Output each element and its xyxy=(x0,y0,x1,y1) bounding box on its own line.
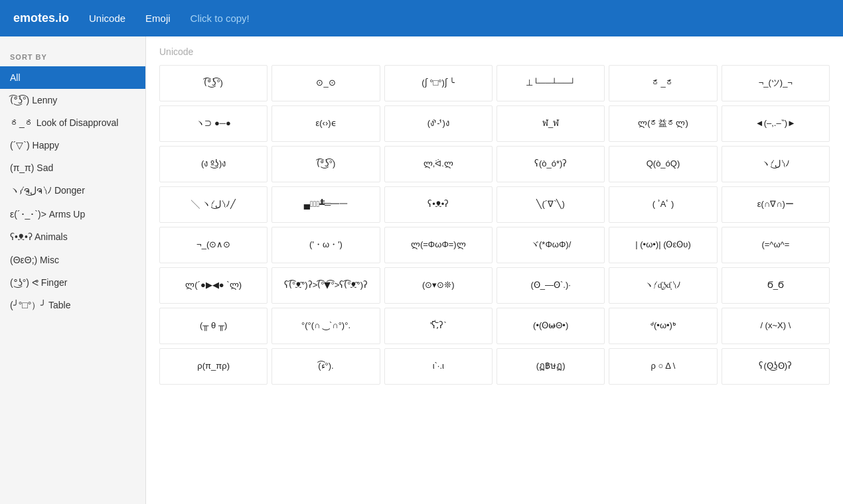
content-area: Unicode (͡°͜ʖ͡°)⊙_⊙(ʃ °□°)ʃ ╰⊥└──┴──┘ಠ_ಠ… xyxy=(146,36,843,504)
emoji-cell-41[interactable]: / (x~X) \ xyxy=(722,308,830,344)
emoji-cell-43[interactable]: (ء͡°). xyxy=(271,348,380,385)
emoji-cell-18[interactable]: ╲ ヽ༼ل͜༽ﾉ╱ xyxy=(159,186,268,223)
emoji-cell-37[interactable]: °(°(∩ ‿`∩°)°. xyxy=(271,308,380,344)
emoji-cell-34[interactable]: ヽ༼ᶑ͜ʖᶑ༽ﾉ xyxy=(609,267,717,304)
emoji-cell-40[interactable]: ᒄ(•ω•)ᒃ xyxy=(609,308,717,344)
sort-by-label: SORT BY xyxy=(0,43,145,66)
emoji-cell-5[interactable]: ¬_(ツ)_¬ xyxy=(722,65,830,101)
emoji-cell-28[interactable]: | (•ω•)| (ʘεʘυ) xyxy=(609,227,717,263)
emoji-grid: (͡°͜ʖ͡°)⊙_⊙(ʃ °□°)ʃ ╰⊥└──┴──┘ಠ_ಠ¬_(ツ)_¬ヽ… xyxy=(159,65,830,385)
sidebar-items: All(͡°͜ʖ͡°) Lennyಠ_ಠ Look of Disapproval… xyxy=(0,66,145,318)
sidebar-item-table[interactable]: (╯°□°）╯ Table xyxy=(0,294,145,318)
sidebar-item-misc[interactable]: (ΘεΘ;) Misc xyxy=(0,249,145,271)
emoji-cell-14[interactable]: ლ,ᐛ.ლ xyxy=(384,146,493,182)
sidebar-item-donger[interactable]: ヽ༼ຈل͜ຈ༽ﾉ Donger xyxy=(0,179,145,203)
main-layout: SORT BY All(͡°͜ʖ͡°) Lennyಠ_ಠ Look of Dis… xyxy=(0,36,843,504)
click-to-copy-label: Click to copy! xyxy=(191,13,250,24)
sidebar-item-lenny[interactable]: (͡°͜ʖ͡°) Lenny xyxy=(0,89,145,111)
emoji-cell-22[interactable]: ( ʾАʿ ) xyxy=(609,186,717,223)
emoji-cell-4[interactable]: ಠ_ಠ xyxy=(609,65,717,101)
emoji-cell-42[interactable]: ρ(π_πρ) xyxy=(159,348,268,385)
emoji-cell-0[interactable]: (͡°͜ʖ͡°) xyxy=(159,65,268,101)
emoji-cell-19[interactable]: ▄︻̷̿┻̿═━一 xyxy=(271,186,380,223)
emoji-cell-47[interactable]: ʕ(ʘ͜ʖʘ)ʔ xyxy=(722,348,830,385)
emoji-cell-46[interactable]: ρ ○ Δ \ xyxy=(609,348,717,385)
emoji-cell-23[interactable]: ε(∩∇∩)ー xyxy=(722,186,830,223)
content-title: Unicode xyxy=(159,46,830,57)
emoji-cell-26[interactable]: ლ(=ΦωΦ=)ლ xyxy=(384,227,493,263)
emoji-cell-2[interactable]: (ʃ °□°)ʃ ╰ xyxy=(384,65,493,101)
emoji-cell-31[interactable]: ʕ(͡°ᴥ͡°)ʔ>(͡°▼͡°>ʕ(͡°ᴥ͡°)ʔ xyxy=(271,267,380,304)
emoji-cell-17[interactable]: ヽ༼ل͜༽ﾉ xyxy=(722,146,830,182)
header: emotes.io Unicode Emoji Click to copy! xyxy=(0,0,843,36)
emoji-cell-32[interactable]: (⊙▾⊙❊) xyxy=(384,267,493,304)
emoji-cell-20[interactable]: ʕ•ᴥ•ʔ xyxy=(384,186,493,223)
emoji-cell-13[interactable]: (͡°͜ʖ͡°) xyxy=(271,146,380,182)
emoji-cell-9[interactable]: ฬ_ฬ xyxy=(497,105,605,142)
emoji-cell-27[interactable]: ヾ(*ΦωΦ)/ xyxy=(497,227,605,263)
emoji-cell-15[interactable]: ʕ(ò_ó*)ʔ xyxy=(497,146,605,182)
sidebar-item-happy[interactable]: (´▽`) Happy xyxy=(0,134,145,157)
emoji-cell-45[interactable]: (ฏ฿ษฏ) xyxy=(497,348,605,385)
emoji-cell-3[interactable]: ⊥└──┴──┘ xyxy=(497,65,605,101)
emoji-cell-29[interactable]: (=^ω^= xyxy=(722,227,830,263)
emoji-cell-44[interactable]: ι`·.ι xyxy=(384,348,493,385)
emoji-cell-1[interactable]: ⊙_⊙ xyxy=(271,65,380,101)
emoji-cell-10[interactable]: ლ(ಠ益ಠლ) xyxy=(609,105,717,142)
sidebar-item-arms-up[interactable]: ε(´･_･`)> Arms Up xyxy=(0,203,145,225)
emoji-cell-35[interactable]: Ϭ_Ϭ xyxy=(722,267,830,304)
nav-unicode[interactable]: Unicode xyxy=(89,13,125,24)
emoji-cell-24[interactable]: ¬_(⊙∧⊙ xyxy=(159,227,268,263)
sidebar-item-disapproval[interactable]: ಠ_ಠ Look of Disapproval xyxy=(0,111,145,134)
emoji-cell-38[interactable]: 'ʕ᷄,᷅ʔ` xyxy=(384,308,493,344)
emoji-cell-39[interactable]: (•(ʘω̶Θ•) xyxy=(497,308,605,344)
emoji-cell-30[interactable]: ლ(´●▶◀● `ლ) xyxy=(159,267,268,304)
emoji-cell-25[interactable]: ('・ω・') xyxy=(271,227,380,263)
logo[interactable]: emotes.io xyxy=(13,11,69,25)
nav-emoji[interactable]: Emoji xyxy=(145,13,171,24)
emoji-cell-12[interactable]: (ง º͜ʖ)ง xyxy=(159,146,268,182)
sidebar-item-finger[interactable]: (°͜ʖ°) ᕙ Finger xyxy=(0,271,145,294)
emoji-cell-33[interactable]: (ʘ_—ʘ`.)· xyxy=(497,267,605,304)
sidebar-item-all[interactable]: All xyxy=(0,66,145,89)
emoji-cell-8[interactable]: (ง'̀-'́)ง xyxy=(384,105,493,142)
sidebar: SORT BY All(͡°͜ʖ͡°) Lennyಠ_ಠ Look of Dis… xyxy=(0,36,146,504)
emoji-cell-16[interactable]: Q(ò_óQ) xyxy=(609,146,717,182)
emoji-cell-6[interactable]: ヽ⊃ ●─● xyxy=(159,105,268,142)
emoji-cell-21[interactable]: ╲(´∇`╲) xyxy=(497,186,605,223)
sidebar-item-sad[interactable]: (π_π) Sad xyxy=(0,157,145,179)
emoji-cell-11[interactable]: ◄(–,.–‶)► xyxy=(722,105,830,142)
emoji-cell-7[interactable]: ε(‹›)ϵ xyxy=(271,105,380,142)
emoji-cell-36[interactable]: (╥ θ ╥) xyxy=(159,308,268,344)
sidebar-item-animals[interactable]: ʕ•ᴥ•ʔ Animals xyxy=(0,225,145,249)
